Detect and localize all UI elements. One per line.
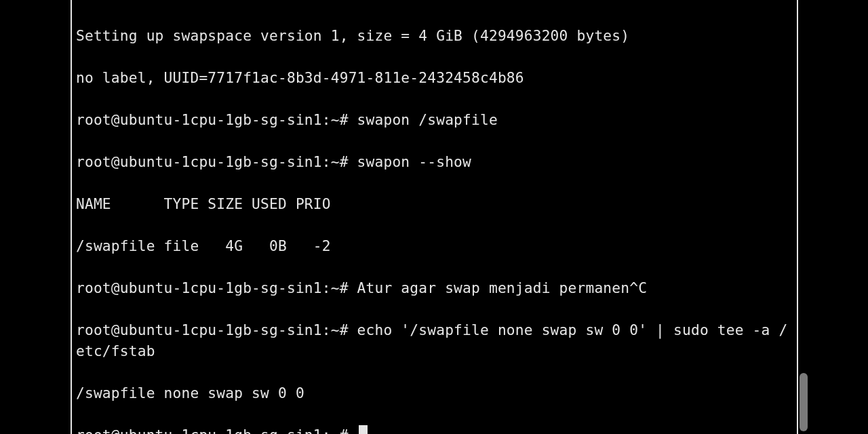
window-background: Setting up swapspace version 1, size = 4… [0, 0, 868, 434]
output-header: NAME TYPE SIZE USED PRIO [76, 193, 793, 214]
terminal-pane[interactable]: Setting up swapspace version 1, size = 4… [71, 0, 798, 434]
cursor-block-icon [359, 425, 368, 434]
command-line: root@ubuntu-1cpu-1gb-sg-sin1:~# swapon /… [76, 109, 793, 130]
prompt: root@ubuntu-1cpu-1gb-sg-sin1:~# [76, 321, 357, 338]
prompt: root@ubuntu-1cpu-1gb-sg-sin1:~# [76, 153, 357, 170]
output-line: no label, UUID=7717f1ac-8b3d-4971-811e-2… [76, 67, 793, 88]
output-line: Setting up swapspace version 1, size = 4… [76, 25, 793, 46]
command-line: root@ubuntu-1cpu-1gb-sg-sin1:~# echo '/s… [76, 319, 793, 361]
output-line: /swapfile none swap sw 0 0 [76, 382, 793, 403]
command-text: swapon /swapfile [357, 111, 498, 128]
command-line: root@ubuntu-1cpu-1gb-sg-sin1:~# Atur aga… [76, 277, 793, 298]
active-prompt[interactable]: root@ubuntu-1cpu-1gb-sg-sin1:~# [76, 425, 793, 434]
prompt: root@ubuntu-1cpu-1gb-sg-sin1:~# [76, 111, 357, 128]
command-text: Atur agar swap menjadi permanen^C [357, 279, 648, 296]
command-text: swapon --show [357, 153, 471, 170]
output-row: /swapfile file 4G 0B -2 [76, 235, 793, 256]
terminal-output[interactable]: Setting up swapspace version 1, size = 4… [76, 4, 793, 434]
prompt: root@ubuntu-1cpu-1gb-sg-sin1:~# [76, 279, 357, 296]
scrollbar-thumb[interactable] [800, 373, 808, 431]
prompt: root@ubuntu-1cpu-1gb-sg-sin1:~# [76, 427, 357, 434]
command-line: root@ubuntu-1cpu-1gb-sg-sin1:~# swapon -… [76, 151, 793, 172]
